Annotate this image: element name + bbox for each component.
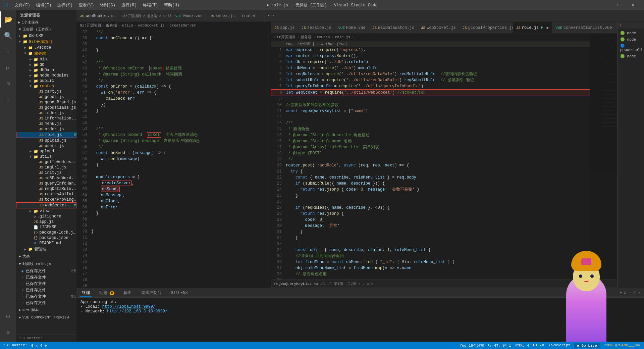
find-bar[interactable]: regexQueryKeyList Aa aA .* 第1项，共2项 ↑ ↓ ≡… <box>271 280 617 288</box>
tree-db-crm[interactable]: ▶ 📁 DB-CRM <box>16 33 76 39</box>
tree-role[interactable]: JS role.js M <box>16 132 76 138</box>
minimize-button[interactable]: ─ <box>592 0 607 10</box>
section-timeline[interactable]: ▼时间线 role.js <box>16 260 76 268</box>
timeline-item-5[interactable]: ○ 已保存文件 5天 <box>16 293 76 300</box>
tree-package-lock[interactable]: {} package-lock.json <box>16 230 76 235</box>
tab-appjs[interactable]: JS app.js <box>271 22 298 34</box>
section-npm[interactable]: ▶NPM 脚本 <box>16 306 76 314</box>
tree-vscode[interactable]: ▶ 📁 .vscode <box>16 45 76 50</box>
menu-select[interactable]: 选择(S) <box>55 2 75 9</box>
activity-settings[interactable]: ⚙ <box>0 324 16 340</box>
tree-information[interactable]: JS information.js <box>16 116 76 121</box>
language-mode-status[interactable]: JavaScript <box>548 343 570 347</box>
terminal-add[interactable]: + <box>620 291 622 295</box>
section-vue-preview[interactable]: ▶VUE COMPONENT PREVIEW <box>16 314 76 321</box>
terminal-maximize[interactable]: ⤢ <box>633 290 636 295</box>
go-live-status[interactable]: ◉ Go Live <box>574 343 599 348</box>
tree-dbdata[interactable]: ▶ 📁 dbData <box>16 67 76 73</box>
git-errors-status[interactable]: 0 △ 4 ⊖ <box>31 343 47 348</box>
tree-init[interactable]: JS init.js <box>16 170 76 176</box>
tab-session[interactable]: JS session.js <box>298 22 335 34</box>
tree-users[interactable]: JS users.js <box>16 143 76 149</box>
tab-router[interactable]: router <box>238 10 265 22</box>
tree-node-modules[interactable]: ▶ 📁 node_modules <box>16 73 76 78</box>
tree-goodsbrand[interactable]: JS goodsBrand.js <box>16 100 76 105</box>
tab-index-js[interactable]: JS index.js <box>206 10 238 22</box>
menu-view[interactable]: 查看(V) <box>76 2 97 9</box>
terminal-close[interactable]: ✕ <box>638 290 641 295</box>
tree-upload[interactable]: JS upload.js <box>16 138 76 143</box>
maximize-button[interactable]: □ <box>608 0 624 10</box>
tree-license[interactable]: 📄 LICENSE <box>16 225 76 230</box>
tree-bin[interactable]: ▶ 📁 bin <box>16 57 76 62</box>
cursor-position-status[interactable]: 行 47, 列 1 <box>488 343 511 348</box>
terminal-tab-debug[interactable]: 调试控制台 <box>139 289 163 296</box>
tree-appjs[interactable]: JS app.js <box>16 219 76 225</box>
timeline-item-4[interactable]: ○ 已保存文件 <box>16 287 76 293</box>
menu-run[interactable]: 运行(R) <box>119 2 140 9</box>
tree-webscoket[interactable]: JS webScoket.js M <box>16 202 76 208</box>
menu-edit[interactable]: 编辑(E) <box>34 2 54 9</box>
tree-utils[interactable]: ▼ 📁 utils <box>16 154 76 159</box>
menu-file[interactable]: 文件(F) <box>12 2 33 9</box>
encoding-status[interactable]: UTF-8 <box>533 343 544 347</box>
tab-conversation[interactable]: VUE conversationList.vue <box>552 22 606 34</box>
tab-home-vue[interactable]: VUE Home.vue <box>172 10 206 22</box>
open-editors-section[interactable]: ▶1个未保存 <box>16 19 76 26</box>
terminal-tab-gitlens[interactable]: GITLENS <box>169 290 190 296</box>
terminal-node-1[interactable]: 🟢 node <box>619 30 643 36</box>
tree-package[interactable]: {} package.json <box>16 235 76 241</box>
tab-mixdatawatch[interactable]: JS mixDataWatch.js <box>369 22 418 34</box>
git-blame-status[interactable]: You 19个月前 <box>460 343 484 348</box>
tree-goodsclass[interactable]: JS goodsClass.js <box>16 105 76 110</box>
timeline-item-6[interactable]: ○ 已保存文件 <box>16 300 76 306</box>
tree-goods[interactable]: JS goods.js <box>16 94 76 100</box>
timeline-item-3[interactable]: ○ 已保存文件 <box>16 281 76 287</box>
tree-reqdata[interactable]: JS reqDataRule.js <box>16 186 76 192</box>
tab-role-active[interactable]: JS role.js M ● <box>513 22 552 34</box>
find-settings[interactable]: ≡ <box>367 282 369 286</box>
tree-server[interactable]: ▼ 📁 服务端 <box>16 50 76 57</box>
menu-terminal[interactable]: 终端(T) <box>140 2 161 9</box>
left-code-editor[interactable]: 37 **/ 38 const onClone = () => { 39 40 … <box>76 29 271 288</box>
find-nav-next[interactable]: ↓ <box>363 282 365 286</box>
timeline-item-2[interactable]: ○ 已保存文件 <box>16 274 76 281</box>
tree-gitignore[interactable]: ⚙ .gitignore <box>16 214 76 219</box>
terminal-link-network[interactable]: http://192.168.3.18:9999/ <box>107 309 167 314</box>
section-dalei[interactable]: ▶大类 <box>16 252 76 260</box>
tab-globalprops[interactable]: JS globalProperties.js <box>459 22 513 34</box>
terminal-tab-problems[interactable]: 问题 5 <box>97 289 116 296</box>
activity-run[interactable]: ▷ <box>0 60 16 76</box>
activity-search[interactable]: 🔍 <box>0 28 16 44</box>
menu-help[interactable]: 帮助(H) <box>161 2 182 9</box>
menu-goto[interactable]: 转到(G) <box>97 2 118 9</box>
tab-webscoket-left[interactable]: JS webScoket.js <box>76 10 118 22</box>
tree-imgurl[interactable]: JS imgUrl.js <box>16 165 76 170</box>
activity-source-control[interactable]: ⑂ <box>0 44 16 60</box>
tree-tokenproving[interactable]: JS tokenProving.js <box>16 197 76 202</box>
tree-readme[interactable]: M↓ README.md <box>16 241 76 246</box>
find-nav-prev[interactable]: ↑ <box>359 282 361 286</box>
tree-views[interactable]: ▶ 📁 views <box>16 208 76 214</box>
tree-routesapi[interactable]: JS routesApiInit.js <box>16 192 76 197</box>
tree-upload-folder[interactable]: ▶ 📁 upload <box>16 149 76 154</box>
git-branch-status[interactable]: ⑂ 0 master* <box>3 343 27 347</box>
tab-git-project[interactable]: Git开源项目 > 服务端 > utils > M <box>118 10 172 22</box>
tabs-overflow-left[interactable]: ··· <box>265 10 277 21</box>
tab-home-vue-right[interactable]: VUE Home.vue <box>335 22 369 34</box>
tree-queryinfo[interactable]: JS queryInfoHandle.js <box>16 181 76 186</box>
find-close[interactable]: ✕ <box>371 282 374 286</box>
workspace-section[interactable]: ▼无标题 (工作区) <box>16 26 76 33</box>
timeline-item-1[interactable]: ◉ 已保存文件 2天 <box>16 268 76 274</box>
close-button[interactable]: ✕ <box>625 0 641 10</box>
terminal-content[interactable]: App running at: - Local: http://localhos… <box>76 298 644 342</box>
tree-getip[interactable]: JS getIpAddress.js <box>16 159 76 165</box>
tree-md5[interactable]: JS md5PassWord.js <box>16 176 76 181</box>
terminal-minimize[interactable]: — <box>629 291 631 295</box>
tree-cart[interactable]: JS cart.js <box>16 89 76 94</box>
terminal-node-2[interactable]: 🟢 node <box>619 36 643 43</box>
activity-remote[interactable]: ⊙ <box>0 92 16 108</box>
tree-order[interactable]: JS order.js <box>16 127 76 132</box>
activity-extensions[interactable]: ⊞ <box>0 76 16 92</box>
activity-explorer[interactable]: 📂 <box>0 11 16 28</box>
